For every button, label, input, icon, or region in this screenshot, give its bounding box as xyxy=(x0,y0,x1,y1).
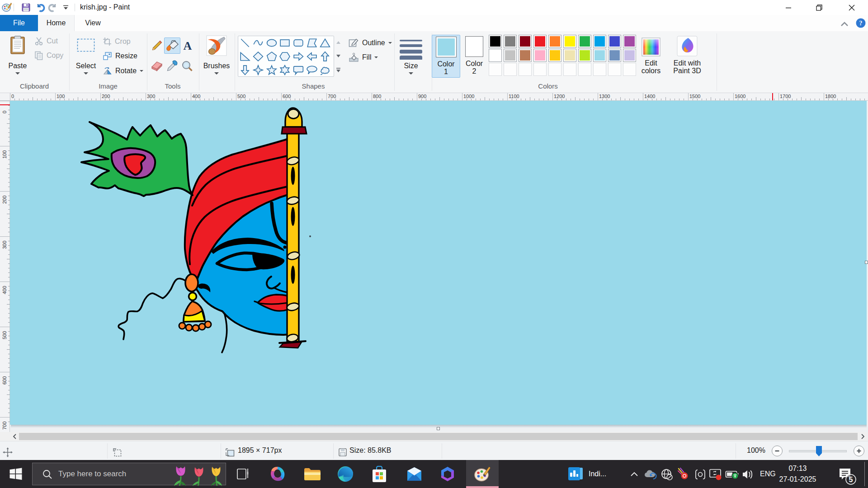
outline-dropdown[interactable] xyxy=(388,42,392,44)
palette-color-c3c3c3[interactable] xyxy=(504,49,517,62)
fill-dropdown[interactable] xyxy=(374,56,378,58)
taskbar-app-store[interactable] xyxy=(365,460,393,488)
outline-button[interactable]: Outline xyxy=(349,38,392,48)
palette-color-efe4b0[interactable] xyxy=(563,49,576,62)
pencil-tool[interactable] xyxy=(149,38,165,54)
palette-empty-cell[interactable] xyxy=(519,63,532,76)
palette-empty-cell[interactable] xyxy=(608,63,621,76)
shape-ellipse[interactable] xyxy=(266,37,278,49)
paste-button[interactable]: Paste xyxy=(5,34,31,76)
taskbar-app-copilot[interactable] xyxy=(264,460,292,488)
crop-button[interactable]: Crop xyxy=(103,37,131,46)
save-icon[interactable] xyxy=(22,3,30,12)
brushes-dropdown[interactable] xyxy=(214,72,219,75)
search-highlight-tulips[interactable] xyxy=(172,464,226,486)
palette-color-7f7f7f[interactable] xyxy=(504,35,517,48)
cut-button[interactable]: Cut xyxy=(34,37,58,46)
tray-network-icon[interactable] xyxy=(660,468,673,483)
select-button[interactable]: Select xyxy=(73,34,99,76)
eraser-tool[interactable] xyxy=(149,58,165,74)
canvas-resize-handle-bottom[interactable] xyxy=(437,427,440,430)
taskbar-app-mail[interactable] xyxy=(400,460,428,488)
palette-color-b97a57[interactable] xyxy=(519,49,532,62)
tray-language[interactable]: ENG xyxy=(760,470,776,478)
palette-empty-cell[interactable] xyxy=(533,63,547,76)
magnifier-tool[interactable] xyxy=(179,58,195,74)
shape-triangle[interactable] xyxy=(319,37,331,49)
shape-polygon[interactable] xyxy=(306,37,318,49)
tray-snip-icon[interactable] xyxy=(677,468,689,482)
palette-color-00a2e8[interactable] xyxy=(593,35,606,48)
zoom-in-button[interactable] xyxy=(854,446,864,456)
task-view-button[interactable] xyxy=(229,460,257,488)
canvas-resize-handle-right[interactable] xyxy=(865,261,868,264)
size-button[interactable]: Size xyxy=(397,34,425,76)
copy-button[interactable]: Copy xyxy=(34,51,63,60)
shape-rectangle[interactable] xyxy=(279,37,291,49)
resize-button[interactable]: Resize xyxy=(103,52,137,61)
redo-icon[interactable] xyxy=(48,3,58,12)
close-button[interactable] xyxy=(838,0,865,15)
scroll-left-arrow[interactable] xyxy=(10,432,19,441)
scrollbar-thumb[interactable] xyxy=(19,433,858,440)
shapes-more[interactable] xyxy=(334,63,343,77)
shape-callout-rounded[interactable] xyxy=(292,64,304,76)
palette-color-ffc90e[interactable] xyxy=(548,49,561,62)
paste-dropdown[interactable] xyxy=(15,72,20,75)
shape-star-5[interactable] xyxy=(266,64,278,76)
palette-empty-cell[interactable] xyxy=(578,63,591,76)
shape-callout-cloud[interactable] xyxy=(319,64,331,76)
palette-color-ed1c24[interactable] xyxy=(533,35,547,48)
shape-star-6[interactable] xyxy=(279,64,291,76)
taskbar-search-box[interactable]: Type here to search xyxy=(32,463,226,485)
shape-star-4[interactable] xyxy=(252,64,264,76)
palette-empty-cell[interactable] xyxy=(489,63,502,76)
palette-empty-cell[interactable] xyxy=(504,63,517,76)
palette-empty-cell[interactable] xyxy=(548,63,561,76)
collapse-ribbon-icon[interactable] xyxy=(840,20,849,29)
taskbar-app-file-explorer[interactable] xyxy=(298,460,326,488)
palette-color-ff7f27[interactable] xyxy=(548,35,561,48)
shape-rounded-rectangle[interactable] xyxy=(292,37,304,49)
palette-color-7092be[interactable] xyxy=(608,49,621,62)
shape-diamond[interactable] xyxy=(252,51,264,62)
notification-center-button[interactable]: 5 xyxy=(839,468,858,487)
palette-color-22b14c[interactable] xyxy=(578,35,591,48)
start-button[interactable] xyxy=(2,460,30,488)
tray-onedrive-icon[interactable] xyxy=(644,469,657,482)
tray-battery-icon[interactable] xyxy=(725,469,740,481)
palette-color-ffaec9[interactable] xyxy=(533,49,547,62)
fill-shape-button[interactable]: Fill xyxy=(349,52,378,62)
shape-arrow-down[interactable] xyxy=(239,64,251,76)
shape-arrow-up[interactable] xyxy=(319,51,331,62)
shape-callout-oval[interactable] xyxy=(306,64,318,76)
palette-color-880015[interactable] xyxy=(519,35,532,48)
shape-line[interactable] xyxy=(239,37,251,49)
qat-customize-icon[interactable] xyxy=(62,5,69,10)
minimize-button[interactable] xyxy=(775,0,802,15)
palette-color-a349a4[interactable] xyxy=(623,35,636,48)
color1-button[interactable]: Color 1 xyxy=(432,35,460,78)
tray-device-icon[interactable] xyxy=(694,469,706,482)
shape-curve[interactable] xyxy=(252,37,264,49)
drawing-canvas[interactable] xyxy=(10,101,867,425)
shape-hexagon[interactable] xyxy=(279,51,291,62)
select-dropdown[interactable] xyxy=(84,72,88,75)
edit-colors-button[interactable]: Editcolors xyxy=(638,34,664,76)
shape-arrow-right[interactable] xyxy=(292,51,304,62)
shape-arrow-left[interactable] xyxy=(306,51,318,62)
taskbar-app-paint-active[interactable] xyxy=(466,460,499,488)
shapes-scroll-down[interactable] xyxy=(334,49,343,63)
text-tool[interactable]: A xyxy=(179,38,196,54)
tray-display-sync-icon[interactable] xyxy=(709,468,722,483)
zoom-out-button[interactable] xyxy=(772,446,783,456)
color-picker-tool[interactable] xyxy=(164,58,180,74)
brushes-button[interactable]: Brushes xyxy=(202,34,231,76)
palette-empty-cell[interactable] xyxy=(593,63,606,76)
tray-expand-chevron[interactable] xyxy=(630,471,638,479)
tray-clock[interactable]: 07:13 27-01-2025 xyxy=(778,463,817,485)
color2-button[interactable]: Color 2 xyxy=(461,35,488,78)
palette-empty-cell[interactable] xyxy=(563,63,576,76)
horizontal-scrollbar[interactable] xyxy=(0,432,868,441)
palette-empty-cell[interactable] xyxy=(623,63,636,76)
